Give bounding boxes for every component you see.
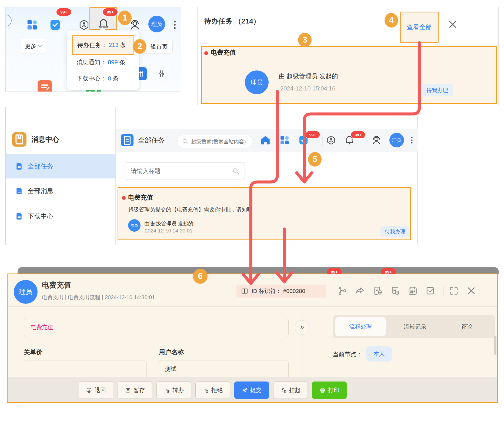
reject-button[interactable]: 拒绝 — [195, 382, 230, 399]
filter-tune-icon[interactable] — [157, 69, 166, 79]
home-icon[interactable] — [260, 134, 271, 146]
apps-grid-icon[interactable] — [279, 135, 290, 146]
bell-count-badge: 99+ — [102, 8, 118, 16]
sidebar-item-label: 下载中心 — [28, 212, 54, 221]
current-node-label: 当前节点： — [333, 350, 362, 359]
step2-highlight-box[interactable]: 待办任务： 213 条 — [72, 35, 134, 55]
button-label: 暂存 — [133, 386, 145, 394]
suspend-button[interactable]: 挂起 — [273, 382, 308, 399]
button-label: 提交 — [250, 386, 262, 394]
sidebar-item-all-messages[interactable]: 全部消息 — [6, 179, 115, 203]
user-avatar[interactable]: 理员 — [148, 16, 165, 32]
flow-relation-icon[interactable] — [337, 286, 348, 296]
unread-dot — [122, 196, 126, 200]
step-badge-2: 2 — [133, 39, 146, 54]
detail-title: 电费充值 — [42, 280, 71, 290]
todo-count-badge: 99+ — [56, 8, 72, 16]
task-list-item[interactable]: 电费充值 超级管理员提交的【电费充值】需要你审批，请知晓。 理员 由 超级管理员… — [118, 187, 411, 240]
chevrons-right-icon: » — [300, 323, 304, 331]
nav-divider — [73, 12, 73, 25]
print-icon — [319, 387, 326, 393]
task-item-desc: 超级管理员提交的【电费充值】需要你审批，请知晓。 — [128, 206, 258, 213]
kebab-menu-icon[interactable] — [169, 19, 180, 31]
view-all-link[interactable]: 查看全部 — [407, 23, 432, 31]
title-filter-input[interactable] — [130, 165, 229, 177]
todo-card[interactable]: 电费充值 理员 由 超级管理员 发起的 2024-12-10 15:04:16 … — [201, 46, 497, 104]
user-avatar[interactable]: 理员 — [389, 133, 404, 147]
todo-doc-icon[interactable] — [49, 19, 61, 31]
sidebar-title: 消息中心 — [31, 135, 59, 144]
checkbox-done-icon[interactable] — [425, 286, 435, 296]
kebab-menu-icon[interactable] — [407, 135, 416, 145]
doc-history-icon[interactable] — [390, 286, 400, 296]
dropdown-item-todo-count: 213 — [109, 42, 119, 49]
return-button[interactable]: 退回 — [79, 382, 113, 399]
suspend-icon — [281, 387, 287, 393]
step-badge-1: 1 — [118, 11, 132, 25]
share-forward-icon[interactable] — [355, 286, 365, 296]
sidebar-header-divider — [6, 151, 115, 151]
toolbar-divider — [443, 286, 443, 296]
task-id-badge: ID 标识符： #000280 — [236, 285, 326, 298]
dropdown-item-msg-unit: 条 — [119, 58, 125, 66]
fullscreen-icon[interactable] — [449, 286, 459, 296]
tutorial-screenshot: 99+ 99+ 理员 更多 辑首页 用 — [0, 0, 504, 422]
action-bar: 退回 暂存 转办 拒绝 提交 — [8, 377, 498, 403]
sidebar-item-download-center[interactable]: 下载中心 — [6, 204, 115, 228]
backdrop-badge: 99+ — [380, 268, 396, 274]
hexagon-workflow-icon[interactable] — [78, 19, 90, 31]
button-label: 转办 — [172, 386, 184, 394]
title-filter[interactable] — [125, 162, 245, 180]
save-draft-button[interactable]: 暂存 — [118, 382, 152, 399]
detail-avatar: 理员 — [14, 280, 38, 304]
todo-card-origin: 由 超级管理员 发起的 — [279, 72, 338, 80]
hexagon-workflow-icon[interactable] — [326, 135, 336, 145]
calendar-icon[interactable] — [408, 286, 418, 296]
doc-shield-icon[interactable] — [372, 286, 383, 296]
scrollbar-thumb[interactable] — [494, 336, 496, 355]
headset-support-icon[interactable] — [371, 135, 382, 146]
global-search-input[interactable] — [191, 136, 251, 147]
popup-title: 待办任务 （214） — [204, 16, 260, 26]
dropdown-item-msg-label: 消息通知： — [76, 58, 106, 66]
global-search[interactable] — [177, 135, 253, 148]
button-label: 挂起 — [289, 386, 301, 394]
more-button[interactable]: 更多 — [21, 39, 46, 53]
button-label: 退回 — [95, 386, 106, 394]
notes-app-icon[interactable] — [38, 80, 52, 92]
transfer-icon — [164, 387, 170, 393]
message-center-icon — [12, 132, 26, 147]
close-icon[interactable] — [448, 19, 458, 29]
tab-process[interactable]: 流程处理 — [335, 317, 386, 336]
dropdown-item-dl-label: 下载中心： — [76, 75, 106, 83]
dropdown-item-downloads[interactable]: 下载中心： 8 条 — [76, 73, 119, 84]
todo-count-badge: 99+ — [305, 131, 320, 139]
flow-name-field[interactable]: 电费充值 — [24, 318, 289, 337]
tab-history[interactable]: 流转记录 — [392, 317, 438, 336]
sidebar-item-all-tasks[interactable]: 全部任务 — [6, 154, 115, 178]
collapse-panel-button[interactable]: » — [295, 320, 309, 335]
apps-grid-icon[interactable] — [26, 19, 38, 31]
step-badge-4: 4 — [385, 13, 398, 28]
backdrop-badge: 99+ — [326, 268, 342, 274]
dropdown-item-msg-count: 899 — [108, 59, 118, 66]
doc-icon — [15, 187, 23, 195]
detail-header-divider — [8, 306, 498, 307]
step4-highlight-box: 查看全部 — [400, 12, 439, 43]
detail-tabbar: 流程处理 流转记录 评论 — [333, 315, 495, 338]
submit-button[interactable]: 提交 — [234, 382, 269, 399]
todo-card-title: 电费充值 — [211, 48, 236, 57]
tab-comments[interactable]: 评论 — [447, 317, 487, 336]
dropdown-item-messages[interactable]: 消息通知： 899 条 — [76, 57, 125, 68]
transfer-button[interactable]: 转办 — [156, 382, 191, 399]
close-icon[interactable] — [466, 286, 476, 296]
print-button[interactable]: 打印 — [312, 382, 347, 399]
detail-subtitle: 电费支出 | 电费支出流程 | 2024-12-10 14:30:01 — [42, 294, 155, 301]
tab-label: 评论 — [461, 323, 473, 330]
nav-divider — [368, 135, 368, 146]
main-header-title: 全部任务 — [121, 134, 165, 146]
task-id-text: ID 标识符： #000280 — [252, 287, 305, 295]
task-item-title: 电费充值 — [128, 193, 153, 202]
save-icon — [125, 387, 131, 393]
todo-card-status-badge: 待我办理 — [422, 84, 453, 96]
